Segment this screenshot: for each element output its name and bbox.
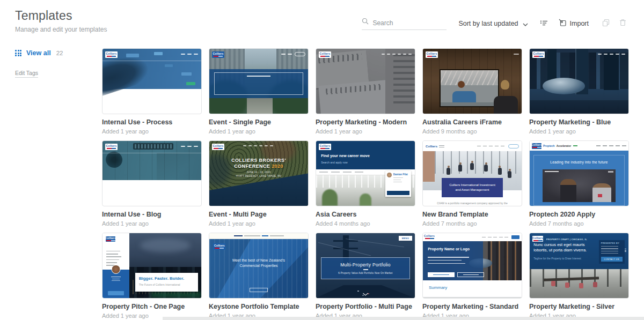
template-title: Property Marketing - Silver: [529, 303, 629, 310]
browser-notice-bar: [209, 233, 308, 239]
contact-us-button: CONTACT US: [601, 257, 623, 262]
template-card[interactable]: Find your new career move Search and app…: [316, 140, 415, 227]
edit-tags-link[interactable]: Edit Tags: [15, 70, 38, 78]
template-title: Internal Use - Process: [102, 118, 202, 126]
sidebar-item-view-all[interactable]: View all 22: [15, 49, 63, 57]
search-input[interactable]: [372, 19, 447, 27]
contact-card: Damian Pilat: [385, 171, 411, 197]
conference-heading: COLLIERS BROKERS' CONFERENCE 2020 JUNE 1…: [209, 158, 308, 177]
thumbnail-banner: Colliers International Investment and As…: [442, 178, 503, 197]
template-card[interactable]: Colliers Bigger. Faster. Bolder. The Fut…: [102, 233, 202, 319]
view-all-label: View all: [26, 49, 51, 57]
thumbnail-nav-links: [382, 54, 412, 55]
thumbnail-headline-box: Bigger. Faster. Bolder. The Future of Co…: [135, 273, 199, 292]
import-button[interactable]: Import: [559, 19, 589, 28]
template-card[interactable]: Colliers Australia Careers iFrame Added …: [422, 48, 522, 135]
template-added-date: Added 4 months ago: [316, 220, 415, 227]
template-title: Keystone Portfolio Template: [209, 303, 309, 310]
template-thumbnail[interactable]: Colliers PROPERTY CRAFT | CHICAGO, IL Nu…: [529, 233, 629, 299]
template-thumbnail[interactable]: Colliers Meet the best of New Zealand's …: [209, 233, 309, 299]
template-card[interactable]: Colliers PROPERTY CRAFT | CHICAGO, IL Nu…: [529, 233, 629, 319]
search-icon: [362, 17, 369, 27]
colliers-logo: Colliers: [425, 235, 434, 240]
search-box[interactable]: [362, 17, 447, 30]
template-card[interactable]: Colliers Proptech Accelerator Leading th…: [529, 140, 629, 227]
techstars-mark: [573, 145, 577, 146]
thumbnail-nav-links: [598, 54, 625, 55]
template-card[interactable]: MENU Multi-Property Portfolio 6-Property…: [316, 233, 415, 319]
template-thumbnail[interactable]: Colliers: [422, 48, 522, 114]
template-thumbnail[interactable]: Colliers: [102, 48, 202, 114]
thumbnail-nav-links: [482, 237, 508, 238]
property-label: PROPERTY CRAFT | CHICAGO, IL: [546, 238, 587, 241]
template-card[interactable]: Colliers Internal Use - Process Added 1 …: [102, 48, 202, 135]
template-card[interactable]: COLLIERS BROKERS' CONFERENCE 2020 JUNE 1…: [209, 140, 309, 227]
horizontal-scrollbar[interactable]: [163, 317, 644, 320]
thumbnail-body-text: CIIAM is a portfolio management company …: [423, 202, 522, 205]
thumbnail-nav-links: [181, 54, 198, 55]
template-title: Property Marketing - Modern: [316, 118, 415, 126]
chevron-down-icon: [363, 293, 369, 296]
colliers-logo: Colliers: [212, 51, 224, 58]
template-card[interactable]: Colliers Meet the best of New Zealand's …: [209, 233, 309, 319]
colliers-logo: Colliers: [426, 145, 437, 148]
template-title: Property Marketing - Standard: [422, 303, 522, 310]
template-card[interactable]: Colliers Internal Use - Blog Added 1 yea…: [102, 140, 202, 227]
thumbnail-banner: [209, 69, 308, 98]
template-title: Australia Careers iFrame: [422, 118, 522, 126]
duplicate-button[interactable]: [602, 19, 610, 28]
thumbnail-hero: Leading the industry into the future: [530, 151, 628, 206]
template-title: New Brand Template: [422, 211, 522, 218]
template-card[interactable]: Colliers Property Name or Logo Summary P…: [422, 233, 522, 319]
template-card[interactable]: Colliers Property Marketing - Blue Added…: [529, 48, 629, 135]
template-thumbnail[interactable]: Colliers Bigger. Faster. Bolder. The Fut…: [102, 233, 202, 299]
page-header: Templates Manage and edit your templates: [15, 9, 107, 33]
template-title: Property Portfolio - Multi Page: [316, 303, 415, 310]
view-all-count: 22: [56, 50, 63, 56]
template-added-date: Added 1 year ago: [102, 128, 202, 135]
template-thumbnail[interactable]: Colliers: [529, 48, 629, 114]
template-added-date: Added 7 months ago: [422, 220, 522, 227]
page-title: Templates: [15, 9, 107, 23]
template-thumbnail[interactable]: MENU Multi-Property Portfolio 6-Property…: [316, 233, 415, 299]
grid-icon: [15, 50, 21, 56]
template-thumbnail[interactable]: Colliers: [316, 48, 415, 114]
sort-order-icon: [540, 19, 548, 28]
thumbnail-photo: [530, 269, 628, 298]
thumbnail-cta: [511, 235, 519, 239]
template-card[interactable]: Colliers Event - Single Page Added 1 yea…: [209, 48, 309, 135]
thumbnail-photo: Property Name or Logo: [423, 241, 522, 281]
avatar: [111, 265, 120, 274]
thumbnail-hero: Colliers PROPERTY CRAFT | CHICAGO, IL Nu…: [530, 233, 628, 269]
template-card[interactable]: Colliers Colliers International Investme…: [422, 140, 522, 227]
colliers-logo: Colliers: [319, 144, 331, 150]
sort-order-button[interactable]: [540, 19, 548, 28]
template-card[interactable]: Colliers Property Marketing - Modern Add…: [316, 48, 415, 135]
thumbnail-photo: Colliers: [103, 49, 201, 89]
template-thumbnail[interactable]: Colliers Colliers International Investme…: [422, 140, 522, 206]
thumbnail-tagline: Tagline for the Property to Draw Interes…: [533, 257, 581, 260]
template-thumbnail[interactable]: Find your new career move Search and app…: [316, 140, 415, 206]
thumbnail-cta: [108, 291, 124, 295]
thumbnail-cta-pill: [295, 52, 305, 56]
template-added-date: Added 1 year ago: [316, 128, 415, 135]
template-thumbnail[interactable]: Colliers: [209, 48, 309, 114]
thumbnail-nav-links: [243, 145, 273, 146]
template-thumbnail[interactable]: COLLIERS BROKERS' CONFERENCE 2020 JUNE 1…: [209, 140, 309, 206]
template-thumbnail[interactable]: Colliers Proptech Accelerator Leading th…: [529, 140, 629, 206]
thumbnail-menu: [106, 251, 121, 266]
template-title: Event - Multi Page: [209, 211, 309, 218]
thumbnail-photo: Colliers: [530, 49, 628, 114]
thumbnail-photo: Colliers: [103, 141, 201, 180]
delete-button[interactable]: [619, 19, 626, 28]
template-title: Asia Careers: [316, 211, 415, 218]
sort-dropdown[interactable]: Sort by last updated: [458, 19, 528, 28]
colliers-logo: Colliers: [532, 143, 541, 149]
template-thumbnail[interactable]: Colliers: [102, 140, 202, 206]
template-added-date: Added 1 year ago: [209, 128, 309, 135]
thumbnail-header: Colliers Proptech Accelerator: [530, 141, 628, 151]
template-thumbnail[interactable]: Colliers Property Name or Logo Summary: [422, 233, 522, 299]
thumbnail-nav-links: [281, 54, 292, 55]
template-title: Property Pitch - One Page: [102, 303, 202, 310]
page-subtitle: Manage and edit your templates: [15, 26, 107, 33]
